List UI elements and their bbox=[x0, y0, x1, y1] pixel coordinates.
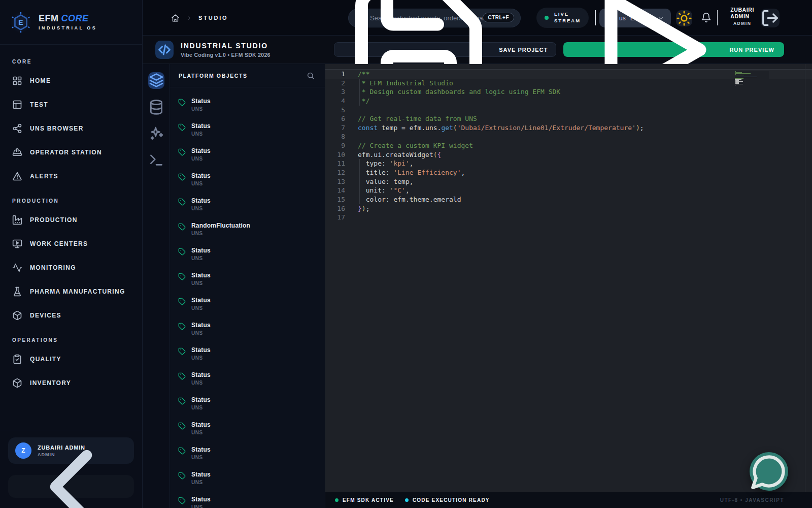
page-subtitle: Vibe Coding v1.0 • EFM SDK 2026 bbox=[181, 52, 270, 58]
monitorplay-icon bbox=[12, 239, 22, 249]
code-line[interactable]: 5 bbox=[325, 106, 812, 115]
sidebar-item-quality[interactable]: QUALITY bbox=[12, 347, 130, 371]
sidebar-item-devices[interactable]: DEVICES bbox=[12, 303, 130, 327]
header-user-menu[interactable]: ZUBAIRI ADMIN ADMIN bbox=[730, 7, 754, 26]
tag-icon bbox=[178, 148, 186, 156]
platform-object-item[interactable]: StatusUNS bbox=[170, 92, 325, 117]
run-preview-button[interactable]: RUN PREVIEW bbox=[563, 42, 784, 57]
object-type: UNS bbox=[191, 380, 211, 386]
sidebar-item-production[interactable]: PRODUCTION bbox=[12, 208, 130, 232]
sidebar-item-pharma-manufacturing[interactable]: PHARMA MANUFACTURING bbox=[12, 279, 130, 303]
sidebar-item-alerts[interactable]: ALERTS bbox=[12, 164, 130, 188]
code-line[interactable]: 8 bbox=[325, 132, 812, 141]
object-name: Status bbox=[191, 446, 211, 453]
code-icon bbox=[155, 41, 174, 59]
tag-icon bbox=[178, 397, 186, 405]
platform-objects-list: StatusUNSStatusUNSStatusUNSStatusUNSStat… bbox=[170, 87, 325, 508]
platform-object-item[interactable]: StatusUNS bbox=[170, 466, 325, 491]
platform-object-item[interactable]: StatusUNS bbox=[170, 267, 325, 292]
object-name: Status bbox=[191, 322, 211, 329]
line-number: 3 bbox=[325, 87, 353, 97]
panel-title: PLATFORM OBJECTS bbox=[179, 73, 248, 79]
home-icon[interactable] bbox=[171, 14, 180, 22]
sidebar-item-label: MONITORING bbox=[30, 264, 76, 271]
object-type: UNS bbox=[191, 131, 211, 137]
object-name: Status bbox=[191, 297, 211, 304]
code-line[interactable]: 15 color: efm.theme.emerald bbox=[325, 195, 812, 204]
sidebar-item-test[interactable]: TEST bbox=[12, 92, 130, 116]
object-type: UNS bbox=[191, 504, 211, 508]
minimap[interactable] bbox=[735, 71, 769, 88]
platform-object-item[interactable]: StatusUNS bbox=[170, 117, 325, 142]
platform-object-item[interactable]: StatusUNS bbox=[170, 441, 325, 466]
tool-database-button[interactable] bbox=[148, 99, 164, 115]
panel-search-icon[interactable] bbox=[307, 72, 315, 80]
sidebar-item-operator-station[interactable]: OPERATOR STATION bbox=[12, 140, 130, 164]
sidebar-item-home[interactable]: HOME bbox=[12, 69, 130, 92]
brand-name: EFMCORE bbox=[39, 14, 97, 24]
code-editor[interactable]: 1/**2 * EFM Industrial Studio3 * Design … bbox=[325, 64, 812, 492]
sidebar-item-monitoring[interactable]: MONITORING bbox=[12, 256, 130, 279]
tool-layers-button[interactable] bbox=[148, 72, 164, 89]
hardhat-icon bbox=[12, 147, 22, 157]
platform-object-item[interactable]: StatusUNS bbox=[170, 142, 325, 167]
code-line[interactable]: 13 value: temp, bbox=[325, 177, 812, 186]
platform-object-item[interactable]: StatusUNS bbox=[170, 242, 325, 267]
object-type: UNS bbox=[191, 305, 211, 311]
platform-object-item[interactable]: StatusUNS bbox=[170, 391, 325, 416]
save-project-button[interactable]: SAVE PROJECT bbox=[334, 42, 556, 57]
sidebar-item-work-centers[interactable]: WORK CENTERS bbox=[12, 232, 130, 256]
code-line[interactable]: 6// Get real-time data from UNS bbox=[325, 114, 812, 123]
logout-button[interactable] bbox=[761, 9, 780, 27]
code-line[interactable]: 16}); bbox=[325, 204, 812, 213]
code-line[interactable]: 11 type: 'kpi', bbox=[325, 159, 812, 168]
platform-object-item[interactable]: StatusUNS bbox=[170, 491, 325, 508]
header-user-role: ADMIN bbox=[730, 21, 754, 26]
code-line[interactable]: 12 title: 'Line Efficiency', bbox=[325, 168, 812, 177]
code-line[interactable]: 4 */ bbox=[325, 97, 812, 106]
status-bar: EFM SDK ACTIVE CODE EXECUTION READY UTF-… bbox=[325, 492, 812, 508]
tag-icon bbox=[178, 422, 186, 430]
sidebar-item-label: PRODUCTION bbox=[30, 216, 78, 224]
line-number: 4 bbox=[325, 97, 353, 106]
object-name: Status bbox=[191, 197, 211, 204]
code-line[interactable]: 7const temp = efm.uns.get('Dubai/Extrusi… bbox=[325, 123, 812, 133]
platform-object-item[interactable]: StatusUNS bbox=[170, 316, 325, 341]
sidebar-item-label: INVENTORY bbox=[30, 379, 71, 387]
code-line[interactable]: 3 * Design custom dashboards and logic u… bbox=[325, 87, 812, 97]
line-number: 2 bbox=[325, 79, 353, 88]
line-number: 6 bbox=[325, 114, 353, 123]
code-line[interactable]: 9// Create a custom KPI widget bbox=[325, 141, 812, 150]
tag-icon bbox=[178, 323, 186, 330]
sidebar-item-inventory[interactable]: INVENTORY bbox=[12, 371, 130, 395]
brand-logo[interactable]: E EFMCORE INDUSTRIAL OS bbox=[0, 0, 142, 45]
line-number: 16 bbox=[325, 204, 353, 213]
object-type: UNS bbox=[191, 430, 211, 435]
object-name: RandomFluctuation bbox=[191, 222, 250, 229]
code-line[interactable]: 10efm.ui.createWidget({ bbox=[325, 150, 812, 160]
code-line[interactable]: 14 unit: '°C', bbox=[325, 186, 812, 195]
platform-object-item[interactable]: StatusUNS bbox=[170, 192, 325, 217]
platform-objects-panel: PLATFORM OBJECTS StatusUNSStatusUNSStatu… bbox=[170, 64, 325, 508]
platform-object-item[interactable]: RandomFluctuationUNS bbox=[170, 217, 325, 242]
chat-fab-button[interactable] bbox=[750, 452, 788, 491]
platform-object-item[interactable]: StatusUNS bbox=[170, 292, 325, 316]
line-number: 11 bbox=[325, 159, 353, 168]
sidebar-item-uns-browser[interactable]: UNS BROWSER bbox=[12, 116, 130, 140]
panels-icon bbox=[12, 100, 22, 110]
object-name: Status bbox=[191, 371, 211, 378]
platform-object-item[interactable]: StatusUNS bbox=[170, 167, 325, 192]
sidebar-item-label: HOME bbox=[30, 77, 51, 84]
platform-object-item[interactable]: StatusUNS bbox=[170, 341, 325, 366]
platform-object-item[interactable]: StatusUNS bbox=[170, 366, 325, 391]
object-name: Status bbox=[191, 496, 211, 503]
code-line[interactable]: 17 bbox=[325, 213, 812, 222]
object-type: UNS bbox=[191, 480, 211, 485]
sidebar-collapse-button[interactable] bbox=[8, 475, 134, 498]
header-user-name: ZUBAIRI ADMIN bbox=[730, 7, 754, 19]
platform-object-item[interactable]: StatusUNS bbox=[170, 416, 325, 441]
logout-icon bbox=[761, 9, 780, 27]
tag-icon bbox=[178, 347, 186, 355]
tool-terminal-button[interactable] bbox=[148, 151, 164, 168]
tool-ai-button[interactable] bbox=[148, 125, 164, 142]
